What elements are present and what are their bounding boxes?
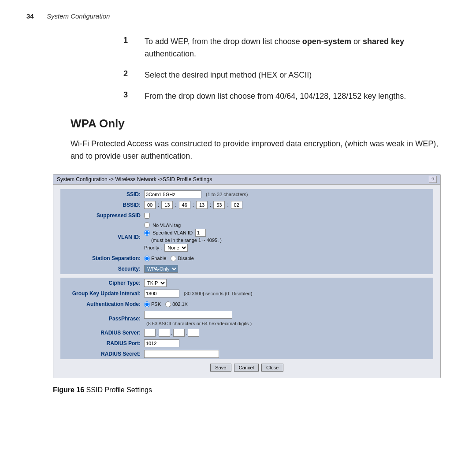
- page-number: 34: [26, 12, 39, 20]
- list-item-3: 3 From the drop down list choose from 40…: [123, 90, 450, 103]
- radius-secret-value: [144, 350, 219, 358]
- step-text-3: From the drop down list choose from 40/6…: [145, 90, 406, 103]
- figure-container: System Configuration -> Wireless Network…: [53, 174, 441, 378]
- vlan-priority-select[interactable]: None: [164, 244, 188, 252]
- list-item-1: 1 To add WEP, from the drop down list ch…: [123, 36, 450, 60]
- vlan-specified-label: Specified VLAN ID: [152, 230, 193, 235]
- radius-oct-2[interactable]: [159, 329, 170, 337]
- cipher-row: Cipher Type: TKIP: [60, 278, 433, 288]
- security-label: Security:: [60, 266, 144, 272]
- radius-server-value: . . .: [144, 329, 199, 337]
- radius-oct-3[interactable]: [173, 329, 185, 337]
- suppressed-ssid-value: [144, 213, 150, 219]
- vlan-range-row: (must be in the range 1 ~ 4095. ): [144, 238, 222, 243]
- bssid-part-1[interactable]: [144, 201, 156, 209]
- vlan-priority-label: Priority :: [144, 245, 162, 250]
- figure-titlebar: System Configuration -> Wireless Network…: [53, 175, 440, 185]
- auth-mode-label: Authentication Mode:: [60, 301, 144, 307]
- auth-mode-value: PSK 802.1X: [144, 301, 188, 307]
- cancel-button[interactable]: Cancel: [234, 364, 259, 372]
- figure-title-text: System Configuration -> Wireless Network…: [57, 176, 212, 182]
- station-sep-disable-radio[interactable]: [171, 256, 176, 261]
- save-button[interactable]: Save: [210, 364, 231, 372]
- passphrase-row: PassPhrase: (8 63 ASCII characters or 64…: [60, 309, 433, 327]
- ssid-value-group: (1 to 32 characters): [144, 190, 248, 198]
- auth-psk-radio[interactable]: [144, 301, 150, 307]
- radius-server-label: RADIUS Server:: [60, 330, 144, 336]
- bssid-label: BSSID:: [60, 202, 144, 208]
- vlan-notag-row: No VLAN tag: [144, 222, 222, 228]
- wpa-heading: WPA Only: [71, 117, 450, 130]
- group-key-hint: [30 3600] seconds (0: Disabled): [184, 291, 252, 296]
- cipher-select[interactable]: TKIP: [144, 279, 167, 287]
- station-sep-enable-radio[interactable]: [144, 256, 150, 261]
- station-sep-value: Enable Disable: [144, 256, 194, 261]
- figure-body: SSID: (1 to 32 characters) BSSID: : : :: [53, 185, 440, 378]
- vlan-notag-label: No VLAN tag: [152, 223, 181, 228]
- suppressed-ssid-checkbox[interactable]: [144, 213, 150, 219]
- step-text-2: Select the desired input method (HEX or …: [145, 69, 312, 82]
- vlan-group: No VLAN tag Specified VLAN ID (must be i…: [144, 222, 222, 252]
- radius-oct-1[interactable]: [144, 329, 156, 337]
- step-number-1: 1: [123, 36, 140, 45]
- radius-port-input[interactable]: [144, 339, 179, 347]
- security-select[interactable]: WPA-Only: [144, 265, 178, 273]
- group-key-row: Group Key Update Interval: [30 3600] sec…: [60, 288, 433, 299]
- bssid-part-2[interactable]: [161, 201, 173, 209]
- figure-caption-text: SSID Profile Settings: [86, 386, 152, 394]
- radius-secret-input[interactable]: [144, 350, 219, 358]
- security-value: WPA-Only: [144, 265, 178, 273]
- security-row: Security: WPA-Only: [60, 264, 433, 274]
- vlan-id-input[interactable]: [195, 229, 206, 237]
- button-row: Save Cancel Close: [60, 364, 433, 372]
- page-title: System Configuration: [47, 12, 110, 20]
- vlan-specified-row: Specified VLAN ID: [144, 229, 222, 237]
- page-container: 34 System Configuration 1 To add WEP, fr…: [0, 0, 476, 476]
- ssid-hint: (1 to 32 characters): [206, 192, 248, 197]
- bssid-part-5[interactable]: [213, 201, 225, 209]
- suppressed-ssid-label: Suppressed SSID: [60, 212, 144, 219]
- passphrase-value: (8 63 ASCII characters or 64 hexadecimal…: [144, 311, 252, 326]
- page-header: 34 System Configuration: [26, 12, 450, 20]
- ssid-input[interactable]: [144, 190, 201, 198]
- cipher-label: Cipher Type:: [60, 280, 144, 286]
- auth-psk-label: PSK: [151, 301, 161, 307]
- passphrase-input[interactable]: [144, 311, 232, 319]
- bssid-value-group: : : : : :: [144, 201, 242, 209]
- station-sep-enable-label: Enable: [151, 256, 166, 261]
- group-key-input[interactable]: [144, 290, 179, 298]
- radius-port-row: RADIUS Port:: [60, 338, 433, 349]
- group-key-value: [30 3600] seconds (0: Disabled): [144, 290, 252, 298]
- station-sep-label: Station Separation:: [60, 255, 144, 261]
- vlan-row: VLAN ID: No VLAN tag Specified VLAN ID: [60, 221, 433, 253]
- radius-secret-row: RADIUS Secret:: [60, 349, 433, 359]
- bssid-part-6[interactable]: [231, 201, 242, 209]
- vlan-value-group: No VLAN tag Specified VLAN ID (must be i…: [144, 222, 222, 252]
- auth-psk-item: PSK: [144, 301, 161, 307]
- radius-secret-label: RADIUS Secret:: [60, 351, 144, 357]
- radius-port-label: RADIUS Port:: [60, 340, 144, 346]
- vlan-specified-radio[interactable]: [144, 230, 150, 236]
- station-sep-disable-label: Disable: [178, 256, 194, 261]
- bssid-row: BSSID: : : : : :: [60, 200, 433, 210]
- step-number-2: 2: [123, 69, 140, 78]
- figure-caption-number: Figure 16: [53, 386, 84, 394]
- figure-caption: Figure 16 SSID Profile Settings: [53, 386, 450, 394]
- auth-8021x-radio[interactable]: [165, 301, 171, 307]
- bssid-part-3[interactable]: [179, 201, 190, 209]
- help-button[interactable]: ?: [429, 176, 437, 183]
- vlan-range-hint: (must be in the range 1 ~ 4095. ): [151, 238, 222, 243]
- vlan-notag-radio[interactable]: [144, 222, 150, 228]
- ssid-row: SSID: (1 to 32 characters): [60, 189, 433, 200]
- bssid-part-4[interactable]: [196, 201, 208, 209]
- passphrase-hint: (8 63 ASCII characters or 64 hexadecimal…: [146, 321, 252, 326]
- vlan-label: VLAN ID:: [60, 234, 144, 240]
- passphrase-label: PassPhrase:: [60, 316, 144, 322]
- group-key-label: Group Key Update Interval:: [60, 290, 144, 297]
- list-item-2: 2 Select the desired input method (HEX o…: [123, 69, 450, 82]
- radius-oct-4[interactable]: [188, 329, 199, 337]
- auth-mode-row: Authentication Mode: PSK 802.1X: [60, 299, 433, 309]
- auth-8021x-label: 802.1X: [172, 301, 188, 307]
- close-button[interactable]: Close: [261, 364, 283, 372]
- radius-port-value: [144, 339, 179, 347]
